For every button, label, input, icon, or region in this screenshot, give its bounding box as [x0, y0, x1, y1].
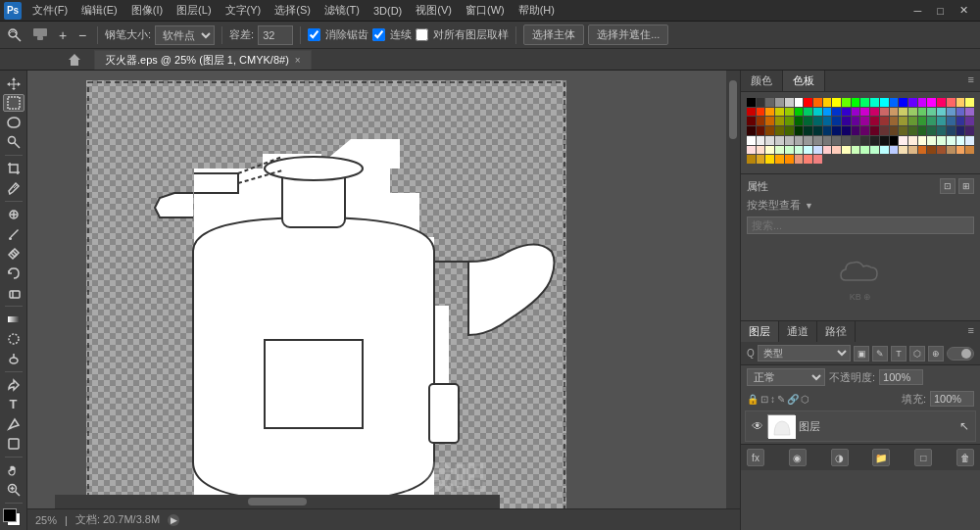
filter-icon-adj[interactable]: ✎	[872, 346, 888, 361]
tab-color[interactable]: 颜色	[741, 71, 783, 91]
color-swatch-105[interactable]	[832, 136, 841, 145]
add-fx-button[interactable]: fx	[747, 449, 764, 466]
ref-lock-icon[interactable]: ⬡	[801, 394, 809, 405]
color-swatch-114[interactable]	[918, 136, 927, 145]
window-minimize[interactable]: ─	[906, 5, 930, 17]
select-and-mask-button[interactable]: 选择并遮住...	[588, 24, 668, 45]
tool-crop[interactable]	[3, 160, 24, 177]
tab-swatches[interactable]: 色板	[783, 71, 825, 91]
color-swatch-5[interactable]	[795, 98, 804, 107]
color-swatch-1[interactable]	[757, 98, 765, 107]
art-lock-icon[interactable]: ✎	[777, 394, 785, 405]
color-swatch-122[interactable]	[765, 146, 774, 155]
color-swatch-86[interactable]	[880, 126, 889, 135]
filter-icon-smart[interactable]: ⊕	[928, 346, 944, 361]
color-swatch-3[interactable]	[775, 98, 784, 107]
filter-toggle[interactable]	[947, 347, 974, 361]
color-swatch-87[interactable]	[890, 126, 899, 135]
color-swatch-111[interactable]	[890, 136, 899, 145]
color-swatch-43[interactable]	[927, 108, 936, 117]
tool-shape[interactable]	[3, 435, 24, 453]
color-swatch-50[interactable]	[765, 117, 774, 125]
color-swatch-40[interactable]	[899, 108, 907, 117]
color-swatch-30[interactable]	[804, 108, 812, 117]
vertical-scrollbar[interactable]	[726, 71, 740, 530]
blending-mode-select[interactable]: 正常	[747, 368, 825, 386]
color-swatch-142[interactable]	[956, 146, 965, 155]
color-swatch-78[interactable]	[804, 126, 812, 135]
color-swatch-139[interactable]	[927, 146, 936, 155]
color-swatch-136[interactable]	[899, 146, 907, 155]
menu-type[interactable]: 文字(Y)	[219, 1, 269, 20]
color-swatch-96[interactable]	[747, 136, 756, 145]
layer-filter-select[interactable]: 类型	[758, 345, 851, 361]
tool-path-select[interactable]	[3, 415, 24, 433]
color-swatch-13[interactable]	[870, 98, 879, 107]
color-swatch-67[interactable]	[927, 117, 936, 125]
panel-collapse-btn[interactable]: ⊡	[940, 178, 956, 194]
color-swatch-44[interactable]	[937, 108, 946, 117]
color-swatch-109[interactable]	[870, 136, 879, 145]
color-swatch-66[interactable]	[918, 117, 927, 125]
color-swatch-126[interactable]	[804, 146, 812, 155]
color-swatch-59[interactable]	[852, 117, 860, 125]
color-swatch-17[interactable]	[908, 98, 917, 107]
color-swatch-90[interactable]	[918, 126, 927, 135]
add-adjustment-button[interactable]: ◑	[831, 449, 849, 466]
tool-quick-select[interactable]	[3, 133, 24, 151]
color-swatch-79[interactable]	[813, 126, 822, 135]
color-swatch-143[interactable]	[965, 146, 974, 155]
menu-select[interactable]: 选择(S)	[268, 1, 318, 20]
tool-eyedropper[interactable]	[3, 179, 24, 197]
color-swatch-0[interactable]	[747, 98, 756, 107]
color-swatch-25[interactable]	[757, 108, 765, 117]
color-swatch-140[interactable]	[937, 146, 946, 155]
color-swatch-15[interactable]	[890, 98, 899, 107]
menu-window[interactable]: 窗口(W)	[459, 1, 512, 20]
color-swatch-99[interactable]	[775, 136, 784, 145]
color-swatch-145[interactable]	[757, 155, 765, 164]
layers-tab-layers[interactable]: 图层	[741, 321, 779, 342]
color-swatch-36[interactable]	[860, 108, 869, 117]
continuous-check[interactable]: 连续	[372, 27, 412, 42]
color-swatch-56[interactable]	[823, 117, 832, 125]
color-swatch-82[interactable]	[842, 126, 851, 135]
color-swatch-101[interactable]	[795, 136, 804, 145]
color-swatch-97[interactable]	[757, 136, 765, 145]
color-swatch-6[interactable]	[804, 98, 812, 107]
color-swatch-118[interactable]	[956, 136, 965, 145]
color-swatch-41[interactable]	[908, 108, 917, 117]
canvas-area[interactable]: 下载吧 25% | 文档: 20.7M/3.8M ▶	[27, 71, 740, 530]
color-swatch-7[interactable]	[813, 98, 822, 107]
color-swatch-104[interactable]	[823, 136, 832, 145]
color-swatch-51[interactable]	[775, 117, 784, 125]
pos-lock-icon[interactable]: ↕	[770, 394, 775, 405]
layer-visibility-icon[interactable]: 👁	[752, 419, 763, 433]
layers-tab-paths[interactable]: 路径	[817, 321, 856, 342]
color-swatch-21[interactable]	[947, 98, 956, 107]
color-swatch-38[interactable]	[880, 108, 889, 117]
tool-lasso[interactable]	[3, 114, 24, 131]
color-swatch-125[interactable]	[795, 146, 804, 155]
tab-home[interactable]	[59, 50, 90, 70]
color-swatch-33[interactable]	[832, 108, 841, 117]
color-swatch-121[interactable]	[757, 146, 765, 155]
window-maximize[interactable]: □	[929, 5, 952, 17]
menu-layer[interactable]: 图层(L)	[170, 1, 218, 20]
color-swatch-23[interactable]	[965, 98, 974, 107]
color-swatch-76[interactable]	[785, 126, 794, 135]
menu-filter[interactable]: 滤镜(T)	[318, 1, 367, 20]
layers-menu-btn[interactable]: ≡	[962, 321, 980, 342]
layers-tab-channels[interactable]: 通道	[779, 321, 817, 342]
color-swatch-149[interactable]	[795, 155, 804, 164]
tab-file[interactable]: 灭火器.eps @ 25% (图层 1, CMYK/8#) ×	[94, 50, 312, 70]
color-swatch-150[interactable]	[804, 155, 812, 164]
tool-move[interactable]	[3, 74, 24, 92]
panel-menu-btn[interactable]: ≡	[962, 71, 980, 91]
color-swatch-58[interactable]	[842, 117, 851, 125]
color-swatch-37[interactable]	[870, 108, 879, 117]
color-swatch-141[interactable]	[947, 146, 956, 155]
color-swatch-74[interactable]	[765, 126, 774, 135]
all-lock-icon[interactable]: 🔗	[787, 394, 799, 405]
tool-clone[interactable]	[3, 245, 24, 263]
